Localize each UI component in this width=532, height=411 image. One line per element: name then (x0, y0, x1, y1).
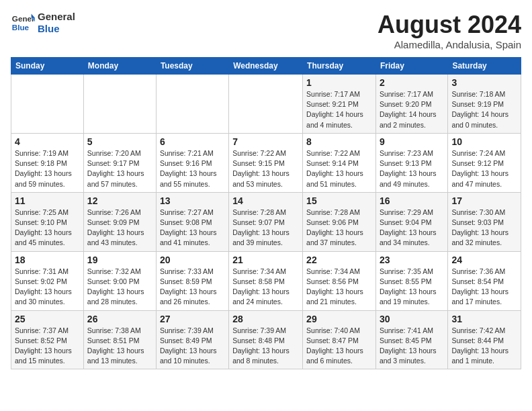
column-header-tuesday: Tuesday (156, 58, 228, 75)
day-info: Sunrise: 7:23 AMSunset: 9:13 PMDaylight:… (380, 148, 444, 189)
calendar-cell (229, 75, 303, 134)
calendar-cell: 13Sunrise: 7:27 AMSunset: 9:08 PMDayligh… (156, 192, 228, 251)
day-info: Sunrise: 7:37 AMSunset: 8:52 PMDaylight:… (15, 326, 80, 367)
day-number: 6 (160, 136, 225, 147)
calendar-cell: 22Sunrise: 7:34 AMSunset: 8:56 PMDayligh… (303, 251, 376, 310)
calendar-cell: 25Sunrise: 7:37 AMSunset: 8:52 PMDayligh… (11, 310, 84, 369)
day-info: Sunrise: 7:34 AMSunset: 8:56 PMDaylight:… (306, 267, 372, 308)
day-info: Sunrise: 7:30 AMSunset: 9:03 PMDaylight:… (451, 208, 517, 248)
day-number: 15 (306, 195, 372, 206)
calendar-cell: 23Sunrise: 7:35 AMSunset: 8:55 PMDayligh… (375, 251, 447, 310)
day-number: 31 (451, 314, 517, 324)
calendar-cell: 21Sunrise: 7:34 AMSunset: 8:58 PMDayligh… (229, 251, 303, 310)
calendar-cell (83, 75, 156, 134)
calendar-cell: 11Sunrise: 7:25 AMSunset: 9:10 PMDayligh… (11, 192, 84, 251)
calendar-week-row: 4Sunrise: 7:19 AMSunset: 9:18 PMDaylight… (11, 133, 521, 192)
day-info: Sunrise: 7:22 AMSunset: 9:14 PMDaylight:… (306, 148, 372, 189)
day-number: 25 (15, 314, 80, 324)
calendar-table: SundayMondayTuesdayWednesdayThursdayFrid… (11, 57, 521, 369)
day-number: 8 (306, 136, 372, 147)
day-info: Sunrise: 7:34 AMSunset: 8:58 PMDaylight:… (232, 267, 299, 308)
day-info: Sunrise: 7:39 AMSunset: 8:49 PMDaylight:… (160, 326, 225, 367)
column-header-saturday: Saturday (448, 58, 521, 75)
calendar-cell: 28Sunrise: 7:39 AMSunset: 8:48 PMDayligh… (229, 310, 303, 369)
day-number: 7 (232, 136, 299, 147)
day-info: Sunrise: 7:22 AMSunset: 9:15 PMDaylight:… (232, 148, 299, 189)
day-info: Sunrise: 7:18 AMSunset: 9:19 PMDaylight:… (451, 89, 517, 130)
day-info: Sunrise: 7:17 AMSunset: 9:20 PMDaylight:… (380, 89, 444, 130)
column-header-sunday: Sunday (11, 58, 84, 75)
calendar-cell: 2Sunrise: 7:17 AMSunset: 9:20 PMDaylight… (375, 75, 447, 134)
calendar-cell: 1Sunrise: 7:17 AMSunset: 9:21 PMDaylight… (303, 75, 376, 134)
day-info: Sunrise: 7:36 AMSunset: 8:54 PMDaylight:… (451, 267, 517, 308)
day-number: 21 (232, 255, 299, 265)
day-number: 20 (160, 255, 225, 265)
calendar-cell: 17Sunrise: 7:30 AMSunset: 9:03 PMDayligh… (448, 192, 521, 251)
column-header-wednesday: Wednesday (229, 58, 303, 75)
day-info: Sunrise: 7:19 AMSunset: 9:18 PMDaylight:… (15, 148, 80, 189)
day-number: 14 (232, 195, 299, 206)
calendar-week-row: 1Sunrise: 7:17 AMSunset: 9:21 PMDaylight… (11, 75, 521, 134)
day-info: Sunrise: 7:21 AMSunset: 9:16 PMDaylight:… (160, 148, 225, 189)
day-info: Sunrise: 7:27 AMSunset: 9:08 PMDaylight:… (160, 208, 225, 248)
day-number: 1 (306, 77, 372, 88)
day-number: 3 (451, 77, 517, 88)
day-info: Sunrise: 7:33 AMSunset: 8:59 PMDaylight:… (160, 267, 225, 308)
calendar-week-row: 11Sunrise: 7:25 AMSunset: 9:10 PMDayligh… (11, 192, 521, 251)
day-info: Sunrise: 7:38 AMSunset: 8:51 PMDaylight:… (87, 326, 152, 367)
calendar-header-row: SundayMondayTuesdayWednesdayThursdayFrid… (11, 58, 521, 75)
calendar-cell: 31Sunrise: 7:42 AMSunset: 8:44 PMDayligh… (448, 310, 521, 369)
calendar-cell (156, 75, 228, 134)
day-info: Sunrise: 7:39 AMSunset: 8:48 PMDaylight:… (232, 326, 299, 367)
day-info: Sunrise: 7:41 AMSunset: 8:45 PMDaylight:… (380, 326, 444, 367)
day-number: 18 (15, 255, 80, 265)
day-number: 9 (380, 136, 444, 147)
calendar-cell: 24Sunrise: 7:36 AMSunset: 8:54 PMDayligh… (448, 251, 521, 310)
calendar-cell: 15Sunrise: 7:28 AMSunset: 9:06 PMDayligh… (303, 192, 376, 251)
logo: General Blue General Blue (11, 11, 75, 35)
day-number: 16 (380, 195, 444, 206)
day-info: Sunrise: 7:25 AMSunset: 9:10 PMDaylight:… (15, 208, 80, 248)
day-number: 2 (380, 77, 444, 88)
calendar-cell (11, 75, 84, 134)
day-number: 23 (380, 255, 444, 265)
day-info: Sunrise: 7:24 AMSunset: 9:12 PMDaylight:… (451, 148, 517, 189)
calendar-cell: 29Sunrise: 7:40 AMSunset: 8:47 PMDayligh… (303, 310, 376, 369)
calendar-cell: 19Sunrise: 7:32 AMSunset: 9:00 PMDayligh… (83, 251, 156, 310)
day-number: 12 (87, 195, 152, 206)
day-number: 10 (451, 136, 517, 147)
day-info: Sunrise: 7:32 AMSunset: 9:00 PMDaylight:… (87, 267, 152, 308)
location-subtitle: Alamedilla, Andalusia, Spain (378, 39, 521, 50)
calendar-week-row: 25Sunrise: 7:37 AMSunset: 8:52 PMDayligh… (11, 310, 521, 369)
calendar-cell: 30Sunrise: 7:41 AMSunset: 8:45 PMDayligh… (375, 310, 447, 369)
day-number: 22 (306, 255, 372, 265)
day-number: 17 (451, 195, 517, 206)
day-number: 4 (15, 136, 80, 147)
calendar-cell: 20Sunrise: 7:33 AMSunset: 8:59 PMDayligh… (156, 251, 228, 310)
calendar-cell: 4Sunrise: 7:19 AMSunset: 9:18 PMDaylight… (11, 133, 84, 192)
logo-line2: Blue (38, 23, 75, 35)
column-header-thursday: Thursday (303, 58, 376, 75)
calendar-cell: 3Sunrise: 7:18 AMSunset: 9:19 PMDaylight… (448, 75, 521, 134)
day-info: Sunrise: 7:26 AMSunset: 9:09 PMDaylight:… (87, 208, 152, 248)
day-info: Sunrise: 7:29 AMSunset: 9:04 PMDaylight:… (380, 208, 444, 248)
day-info: Sunrise: 7:42 AMSunset: 8:44 PMDaylight:… (451, 326, 517, 367)
day-number: 19 (87, 255, 152, 265)
day-number: 28 (232, 314, 299, 324)
day-number: 11 (15, 195, 80, 206)
day-number: 29 (306, 314, 372, 324)
day-number: 30 (380, 314, 444, 324)
logo-line1: General (38, 11, 75, 23)
logo-icon: General Blue (11, 11, 35, 35)
day-number: 13 (160, 195, 225, 206)
svg-text:Blue: Blue (12, 23, 30, 32)
day-info: Sunrise: 7:20 AMSunset: 9:17 PMDaylight:… (87, 148, 152, 189)
calendar-cell: 27Sunrise: 7:39 AMSunset: 8:49 PMDayligh… (156, 310, 228, 369)
column-header-friday: Friday (375, 58, 447, 75)
calendar-cell: 9Sunrise: 7:23 AMSunset: 9:13 PMDaylight… (375, 133, 447, 192)
day-number: 26 (87, 314, 152, 324)
day-info: Sunrise: 7:31 AMSunset: 9:02 PMDaylight:… (15, 267, 80, 308)
day-info: Sunrise: 7:28 AMSunset: 9:07 PMDaylight:… (232, 208, 299, 248)
day-info: Sunrise: 7:28 AMSunset: 9:06 PMDaylight:… (306, 208, 372, 248)
calendar-cell: 26Sunrise: 7:38 AMSunset: 8:51 PMDayligh… (83, 310, 156, 369)
